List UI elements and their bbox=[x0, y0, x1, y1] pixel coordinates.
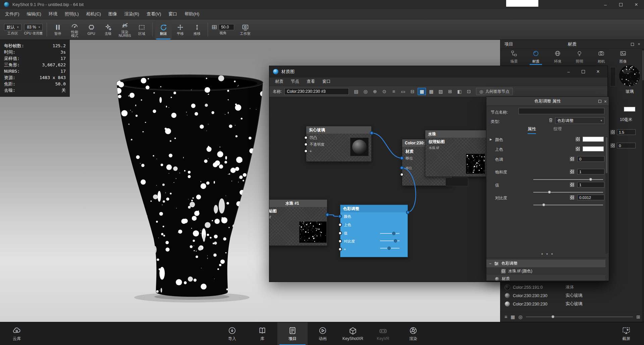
texture-slot-icon[interactable] bbox=[576, 147, 580, 151]
node-type-dropdown[interactable]: 色彩调整▾ bbox=[555, 117, 604, 124]
value-input[interactable]: 1 bbox=[577, 182, 604, 188]
list-view-icon[interactable]: ≡ bbox=[504, 315, 507, 319]
dock-project[interactable]: 项目 bbox=[277, 322, 308, 345]
delete-node-icon[interactable] bbox=[548, 118, 553, 124]
graph-menu-item-0[interactable]: 材质 bbox=[271, 79, 287, 84]
studio-button[interactable]: 工作室 bbox=[235, 19, 255, 40]
duplicate-icon[interactable]: ▭ bbox=[399, 88, 407, 95]
node-solid-glass[interactable]: 实心玻璃 凹凸 不透明度 + bbox=[306, 126, 372, 162]
texture-slot-icon[interactable] bbox=[570, 183, 574, 187]
add-view-icon[interactable]: ⊞ bbox=[636, 315, 640, 319]
menu-item-7[interactable]: 查看(V) bbox=[143, 9, 165, 19]
menu-item-5[interactable]: 图像 bbox=[105, 9, 121, 19]
node-pin[interactable] bbox=[304, 149, 308, 153]
node-header[interactable]: 水珠 bbox=[425, 130, 486, 138]
menu-item-6[interactable]: 渲染(R) bbox=[121, 9, 143, 19]
node-pin-connected[interactable] bbox=[370, 131, 374, 135]
node-header[interactable]: 水珠 #1 bbox=[269, 200, 327, 207]
material-list-item[interactable]: Color:230:230:230实心玻璃 bbox=[500, 291, 644, 300]
tree-item-color-adjust[interactable]: − 色彩调整 bbox=[486, 260, 605, 267]
texture-slot-icon[interactable] bbox=[570, 195, 574, 200]
tab-attributes[interactable]: 属性 bbox=[528, 126, 536, 134]
menu-item-3[interactable]: 照明(L) bbox=[61, 9, 83, 19]
menu-item-8[interactable]: 窗口 bbox=[165, 9, 181, 19]
node-pin-connected[interactable] bbox=[400, 156, 404, 160]
resize-handle-dots[interactable]: ● ● ● bbox=[486, 252, 609, 256]
save-icon[interactable]: ▤ bbox=[352, 88, 360, 95]
project-panel-header[interactable]: 项目 材质 × bbox=[500, 40, 644, 49]
menu-item-0[interactable]: 文件(F) bbox=[1, 9, 23, 19]
node-pin[interactable] bbox=[338, 248, 342, 251]
dock-keyshotxr[interactable]: KeyShotXR bbox=[338, 322, 368, 345]
minimize-icon[interactable]: – bbox=[598, 0, 613, 9]
gpu-button[interactable]: GPU bbox=[83, 19, 100, 40]
fov-input[interactable] bbox=[219, 24, 234, 30]
performance-mode-button[interactable]: 性能模式 bbox=[66, 19, 83, 40]
preview-strip[interactable] bbox=[610, 67, 616, 86]
material-name-input[interactable] bbox=[284, 88, 349, 95]
thickness-value[interactable]: 10毫米 bbox=[620, 117, 632, 123]
dock-render[interactable]: 渲染 bbox=[398, 322, 428, 345]
node-header[interactable]: 实心玻璃 bbox=[306, 126, 371, 134]
tumble-button[interactable]: 翻滚 bbox=[155, 19, 172, 40]
grid-view-icon[interactable]: ▦ bbox=[511, 315, 515, 319]
texture-slot-icon[interactable] bbox=[570, 157, 574, 161]
add-node-icon[interactable]: ⊕ bbox=[371, 88, 379, 95]
node-pin-connected[interactable] bbox=[338, 215, 342, 218]
tab-相机[interactable]: 相机 bbox=[590, 49, 612, 65]
delete-icon[interactable]: ⊟ bbox=[408, 88, 417, 95]
dock-library[interactable]: 库 bbox=[247, 322, 277, 345]
menu-item-1[interactable]: 编辑(E) bbox=[23, 9, 45, 19]
node-pin-connected[interactable] bbox=[400, 166, 404, 170]
graph-menu-item-3[interactable]: 窗口 bbox=[319, 79, 334, 84]
graph-menu-item-2[interactable]: 查看 bbox=[303, 79, 319, 84]
node-color-adjust[interactable]: 色彩调整 颜色 上色 值 对比度 + bbox=[340, 205, 408, 257]
node-pin[interactable] bbox=[400, 173, 404, 177]
pattern-icon[interactable]: ▩ bbox=[427, 88, 435, 95]
thumbnail-size-slider[interactable] bbox=[526, 317, 633, 317]
geometry-node-button[interactable]: ◎ 几何图形节点 bbox=[476, 88, 513, 95]
layout-icon[interactable]: ▦ bbox=[418, 88, 426, 95]
search-icon[interactable]: ◎ bbox=[518, 315, 522, 319]
slider-handle[interactable] bbox=[548, 191, 551, 194]
saturation-input[interactable]: 1 bbox=[577, 169, 604, 175]
tab-场景[interactable]: 场景 bbox=[503, 49, 525, 65]
saturation-slider[interactable] bbox=[533, 179, 603, 180]
node-header[interactable]: 色彩调整 bbox=[340, 205, 408, 212]
graph-menu-item-1[interactable]: 节点 bbox=[287, 79, 303, 84]
focus-icon[interactable]: ⊙ bbox=[380, 88, 388, 95]
minimize-icon[interactable]: – bbox=[561, 66, 576, 77]
link-icon[interactable]: ⊡ bbox=[465, 88, 473, 95]
node-texture-map-top[interactable]: 水珠 纹理贴图 水珠.tif bbox=[425, 130, 487, 177]
texture-slot-icon[interactable] bbox=[570, 169, 574, 174]
render-nurbs-button[interactable]: 渲染NURBS bbox=[116, 19, 133, 40]
filter-icon[interactable]: ≡ bbox=[389, 88, 398, 95]
fov-control[interactable]: 视角 bbox=[210, 19, 235, 40]
dock-animation[interactable]: 动画 bbox=[308, 322, 338, 345]
dock-cloud-library[interactable]: 云库 bbox=[3, 322, 30, 345]
undock-panel-icon[interactable] bbox=[598, 100, 601, 103]
collapse-icon[interactable]: − bbox=[489, 261, 491, 266]
material-preview-sphere[interactable] bbox=[619, 65, 641, 87]
node-pin[interactable] bbox=[304, 143, 308, 146]
close-icon[interactable]: × bbox=[591, 66, 605, 77]
dock-screenshot[interactable]: 截屏 bbox=[612, 322, 641, 345]
workspace-selector[interactable]: 默认▾ 工作区 bbox=[3, 19, 23, 40]
tree-item-texture[interactable]: 水珠.tif (颜色) bbox=[486, 267, 605, 275]
maximize-icon[interactable] bbox=[576, 66, 591, 77]
node-pin[interactable] bbox=[338, 231, 342, 235]
value-slider[interactable] bbox=[533, 192, 603, 193]
dolly-button[interactable]: 推移 bbox=[189, 19, 205, 40]
pause-button[interactable]: 暂停 bbox=[49, 19, 66, 40]
undock-panel-icon[interactable] bbox=[629, 42, 635, 47]
tree-item-material[interactable]: 材质 bbox=[486, 275, 605, 281]
tab-textures[interactable]: 纹理 bbox=[553, 126, 562, 133]
color-value-swatch[interactable] bbox=[583, 137, 604, 142]
close-panel-icon[interactable]: × bbox=[636, 42, 642, 47]
add-box-icon[interactable]: ⊞ bbox=[446, 88, 454, 95]
menu-item-2[interactable]: 环境 bbox=[45, 9, 61, 19]
color-swatch[interactable] bbox=[624, 107, 635, 112]
node-pin-connected[interactable] bbox=[326, 213, 329, 217]
region-button[interactable]: 区域 bbox=[133, 19, 150, 40]
zero-input[interactable]: 0 bbox=[617, 143, 636, 148]
